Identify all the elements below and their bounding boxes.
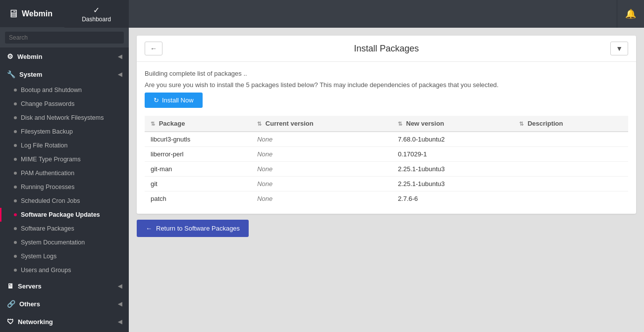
cell-package-1: liberror-perl — [145, 147, 251, 162]
table-row: liberror-perlNone0.17029-1 — [145, 147, 628, 162]
sidebar-item-change-passwords-label: Change Passwords — [21, 100, 74, 107]
install-now-label: Install Now — [162, 96, 194, 104]
col-package-label: Package — [159, 120, 185, 127]
dashboard-label: Dashboard — [82, 16, 111, 23]
sidebar-item-running-processes[interactable]: Running Processes — [0, 180, 129, 194]
sidebar-section-others-label: Others — [19, 300, 40, 308]
sidebar-item-mime-type[interactable]: MIME Type Programs — [0, 152, 129, 166]
card-body: Building complete list of packages .. Ar… — [137, 62, 636, 214]
sidebar-section-system[interactable]: 🔧 System ◀ — [0, 65, 129, 83]
filter-button[interactable]: ▼ — [610, 42, 628, 55]
sidebar-section-networking[interactable]: 🛡 Networking ◀ — [0, 313, 129, 331]
cell-desc-2 — [513, 162, 628, 177]
col-current-version[interactable]: ⇅ Current version — [251, 116, 392, 132]
sidebar-section-networking-label: Networking — [18, 318, 53, 326]
sort-desc-icon: ⇅ — [519, 121, 524, 127]
cell-package-4: patch — [145, 191, 251, 206]
system-section-icon: 🔧 — [7, 70, 15, 78]
sidebar-item-disk-network[interactable]: Disk and Network Filesystems — [0, 111, 129, 125]
bell-icon: 🔔 — [625, 8, 636, 19]
cell-current-0: None — [251, 132, 392, 147]
sidebar-title: Webmin — [22, 9, 53, 18]
cell-current-1: None — [251, 147, 392, 162]
system-docs-dot — [14, 241, 17, 244]
sidebar-item-software-updates-label: Software Package Updates — [21, 211, 100, 218]
pam-dot — [14, 172, 17, 175]
sidebar-item-log-file[interactable]: Log File Rotation — [0, 139, 129, 152]
cell-new-3: 2.25.1-1ubuntu3 — [392, 177, 513, 191]
system-section-arrow: ◀ — [118, 71, 122, 78]
sidebar-item-running-processes-label: Running Processes — [21, 184, 74, 190]
col-new-version[interactable]: ⇅ New version — [392, 116, 513, 132]
col-current-label: Current version — [266, 120, 314, 127]
sidebar-item-pam-label: PAM Authentication — [21, 170, 74, 177]
cell-new-4: 2.7.6-6 — [392, 191, 513, 206]
building-text: Building complete list of packages .. — [145, 70, 628, 77]
cell-current-3: None — [251, 177, 392, 191]
change-passwords-dot — [14, 102, 17, 105]
return-arrow-icon: ← — [146, 225, 152, 232]
content-area: ← Install Packages ▼ Building complete l… — [129, 28, 644, 332]
servers-section-arrow: ◀ — [118, 283, 122, 289]
cell-desc-1 — [513, 147, 628, 162]
sidebar-item-cron-label: Scheduled Cron Jobs — [21, 197, 80, 204]
webmin-section-icon: ⚙ — [7, 52, 13, 60]
sidebar-item-mime-type-label: MIME Type Programs — [21, 156, 81, 163]
sidebar-item-users-groups[interactable]: Users and Groups — [0, 263, 129, 277]
cell-package-3: git — [145, 177, 251, 191]
sidebar-item-log-file-label: Log File Rotation — [21, 142, 68, 149]
system-logs-dot — [14, 255, 17, 258]
sidebar-item-users-groups-label: Users and Groups — [21, 267, 71, 274]
sort-current-icon: ⇅ — [257, 121, 262, 127]
sidebar-item-software-updates[interactable]: Software Package Updates — [0, 208, 129, 222]
users-groups-dot — [14, 269, 17, 272]
top-header: 🔔 — [129, 0, 644, 28]
cell-new-1: 0.17029-1 — [392, 147, 513, 162]
install-now-button[interactable]: ↻ Install Now — [145, 93, 203, 108]
sort-new-icon: ⇅ — [398, 121, 402, 127]
col-package[interactable]: ⇅ Package — [145, 116, 251, 132]
col-new-label: New version — [406, 120, 444, 127]
sidebar-section-servers-label: Servers — [18, 283, 42, 290]
sidebar-item-cron[interactable]: Scheduled Cron Jobs — [0, 194, 129, 208]
notification-button[interactable]: 🔔 — [617, 0, 644, 28]
sidebar-item-system-docs[interactable]: System Documentation — [0, 236, 129, 249]
col-description[interactable]: ⇅ Description — [513, 116, 628, 132]
mime-type-dot — [14, 158, 17, 161]
sidebar-item-bootup[interactable]: Bootup and Shutdown — [0, 83, 129, 97]
back-icon: ← — [150, 45, 157, 52]
sidebar-item-pam[interactable]: PAM Authentication — [0, 166, 129, 180]
sidebar-item-filesystem-backup[interactable]: Filesystem Backup — [0, 125, 129, 139]
sidebar-item-filesystem-backup-label: Filesystem Backup — [21, 128, 73, 135]
sidebar-section-servers[interactable]: 🖥 Servers ◀ — [0, 277, 129, 295]
col-desc-label: Description — [528, 120, 563, 127]
table-row: gitNone2.25.1-1ubuntu3 — [145, 177, 628, 191]
return-section: ← Return to Software Packages — [137, 220, 636, 237]
sidebar-section-others[interactable]: 🔗 Others ◀ — [0, 295, 129, 313]
sidebar-section-webmin[interactable]: ⚙ Webmin ◀ — [0, 47, 129, 65]
cell-desc-3 — [513, 177, 628, 191]
disk-network-dot — [14, 116, 17, 119]
cell-current-2: None — [251, 162, 392, 177]
software-updates-dot — [14, 213, 17, 216]
sidebar-item-bootup-label: Bootup and Shutdown — [21, 87, 82, 94]
sidebar-item-software-packages[interactable]: Software Packages — [0, 222, 129, 236]
confirm-text: Are you sure you wish to install the 5 p… — [145, 81, 628, 89]
networking-section-icon: 🛡 — [7, 318, 14, 326]
sidebar-item-change-passwords[interactable]: Change Passwords — [0, 97, 129, 111]
card-header: ← Install Packages ▼ — [137, 36, 636, 62]
sidebar-item-system-docs-label: System Documentation — [21, 239, 85, 246]
servers-section-icon: 🖥 — [7, 282, 14, 290]
filesystem-backup-dot — [14, 130, 17, 133]
back-button[interactable]: ← — [145, 42, 162, 55]
bootup-dot — [14, 89, 17, 92]
cron-dot — [14, 199, 17, 202]
return-button[interactable]: ← Return to Software Packages — [137, 220, 249, 237]
packages-table: ⇅ Package ⇅ Current version ⇅ New versio… — [145, 116, 628, 206]
sidebar-item-software-packages-label: Software Packages — [21, 225, 74, 232]
dashboard-nav-item[interactable]: ✓ Dashboard — [64, 0, 129, 28]
sidebar-item-system-logs[interactable]: System Logs — [0, 249, 129, 263]
sidebar-item-disk-network-label: Disk and Network Filesystems — [21, 114, 104, 121]
sidebar-section-webmin-label: Webmin — [17, 53, 42, 60]
search-input[interactable] — [5, 32, 124, 44]
